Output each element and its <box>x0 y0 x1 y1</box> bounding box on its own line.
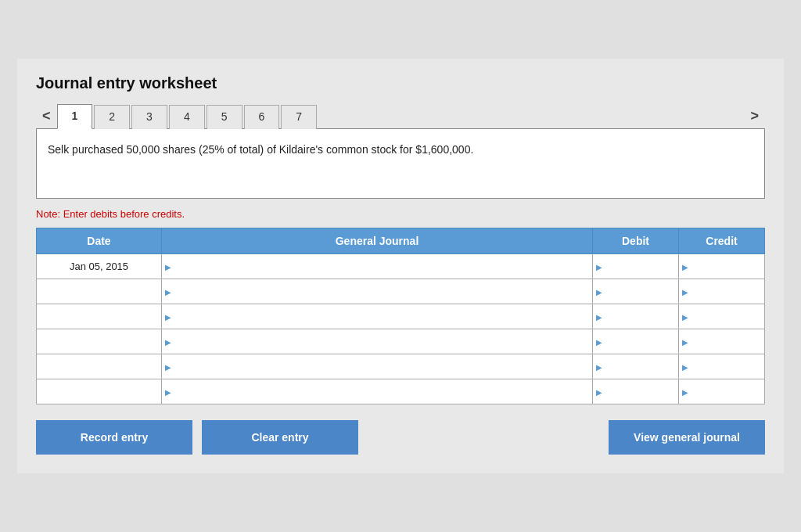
credit-cell-4[interactable] <box>679 329 765 354</box>
table-row <box>37 354 765 379</box>
date-cell-6[interactable] <box>37 379 162 404</box>
credit-cell-2[interactable] <box>679 279 765 304</box>
credit-cell-6[interactable] <box>679 379 765 404</box>
table-row: Jan 05, 2015 <box>37 254 765 279</box>
debit-cell-2[interactable] <box>593 279 679 304</box>
credit-cell-1[interactable] <box>679 254 765 279</box>
tab-6[interactable]: 6 <box>244 105 280 129</box>
tab-7[interactable]: 7 <box>281 105 317 129</box>
date-cell-1[interactable]: Jan 05, 2015 <box>37 254 162 279</box>
credit-cell-5[interactable] <box>679 354 765 379</box>
col-header-journal: General Journal <box>162 228 593 254</box>
description-text: Selk purchased 50,000 shares (25% of tot… <box>48 143 473 156</box>
journal-cell-2[interactable] <box>162 279 593 304</box>
date-cell-4[interactable] <box>37 329 162 354</box>
description-box: Selk purchased 50,000 shares (25% of tot… <box>36 128 765 199</box>
date-cell-2[interactable] <box>37 279 162 304</box>
table-row <box>37 329 765 354</box>
date-cell-3[interactable] <box>37 304 162 329</box>
tab-4[interactable]: 4 <box>169 105 205 129</box>
record-entry-button[interactable]: Record entry <box>36 420 192 455</box>
debit-cell-1[interactable] <box>593 254 679 279</box>
journal-cell-3[interactable] <box>162 304 593 329</box>
prev-tab-button[interactable]: < <box>36 103 57 129</box>
tabs-container: 1 2 3 4 5 6 7 <box>57 104 745 129</box>
col-header-date: Date <box>37 228 162 254</box>
table-row <box>37 304 765 329</box>
journal-table: Date General Journal Debit Credit Jan 05… <box>36 228 765 404</box>
journal-cell-6[interactable] <box>162 379 593 404</box>
page-title: Journal entry worksheet <box>36 74 765 92</box>
view-general-journal-button[interactable]: View general journal <box>609 420 765 455</box>
table-row <box>37 279 765 304</box>
tab-5[interactable]: 5 <box>207 105 242 129</box>
tab-2[interactable]: 2 <box>94 105 130 129</box>
col-header-credit: Credit <box>679 228 765 254</box>
journal-cell-4[interactable] <box>162 329 593 354</box>
clear-entry-button[interactable]: Clear entry <box>202 420 358 455</box>
debit-cell-3[interactable] <box>593 304 679 329</box>
date-cell-5[interactable] <box>37 354 162 379</box>
next-tab-button[interactable]: > <box>744 103 765 129</box>
table-row <box>37 379 765 404</box>
journal-cell-1[interactable] <box>162 254 593 279</box>
tab-1[interactable]: 1 <box>57 104 93 129</box>
debit-cell-5[interactable] <box>593 354 679 379</box>
credit-cell-3[interactable] <box>679 304 765 329</box>
debit-cell-4[interactable] <box>593 329 679 354</box>
buttons-row: Record entry Clear entry View general jo… <box>36 420 765 455</box>
debit-cell-6[interactable] <box>593 379 679 404</box>
note-text: Note: Enter debits before credits. <box>36 208 765 220</box>
tab-3[interactable]: 3 <box>131 105 167 129</box>
journal-cell-5[interactable] <box>162 354 593 379</box>
col-header-debit: Debit <box>593 228 679 254</box>
